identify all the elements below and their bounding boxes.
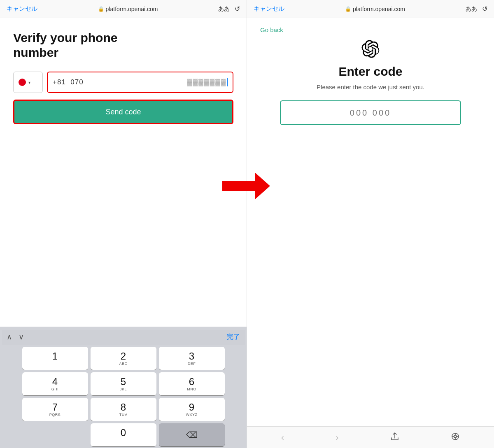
browser-back-button[interactable]: ‹ <box>281 432 284 443</box>
right-panel: キャンセル 🔒 platform.openai.com ああ ↺ Go back… <box>247 0 494 448</box>
browser-bookmark-button[interactable] <box>451 432 460 443</box>
key-9-letters: WXYZ <box>186 413 198 417</box>
key-7-letters: PQRS <box>49 413 61 417</box>
enter-code-title: Enter code <box>338 65 402 79</box>
key-8-num: 8 <box>121 402 126 412</box>
keyboard-toolbar: ∧ ∨ 完了 <box>2 330 245 344</box>
key-2-letters: ABC <box>119 362 127 366</box>
keyboard-done-button[interactable]: 完了 <box>227 333 240 341</box>
key-1-letters <box>54 362 56 366</box>
left-cancel-button[interactable]: キャンセル <box>7 5 37 13</box>
key-0[interactable]: 0 <box>91 423 156 446</box>
keyboard-nav-up[interactable]: ∧ <box>7 332 12 341</box>
browser-forward-button[interactable]: › <box>336 432 338 443</box>
key-7[interactable]: 7 PQRS <box>22 398 88 421</box>
keyboard-rows: 1 2 ABC 3 DEF 4 GHI 5 <box>2 347 245 446</box>
key-5-num: 5 <box>121 377 126 387</box>
chevron-down-icon: ▾ <box>28 80 30 85</box>
lock-icon: 🔒 <box>98 6 104 12</box>
left-aa-button[interactable]: ああ <box>218 5 230 13</box>
right-aa-button[interactable]: ああ <box>466 5 477 13</box>
right-browser-bar: キャンセル 🔒 platform.openai.com ああ ↺ <box>247 0 494 18</box>
arrow-indicator <box>222 173 270 199</box>
right-lock-icon: 🔒 <box>345 6 351 12</box>
keyboard-area: ∧ ∨ 完了 1 2 ABC 3 DEF <box>0 327 247 448</box>
text-cursor <box>227 78 228 86</box>
openai-logo <box>361 40 380 58</box>
keyboard-row-3: 7 PQRS 8 TUV 9 WXYZ <box>3 398 243 421</box>
key-6-letters: MNO <box>187 387 196 391</box>
left-url-text: platform.openai.com <box>106 6 158 12</box>
keyboard-row-1: 1 2 ABC 3 DEF <box>3 347 243 370</box>
phone-input-wrapper: ▓▓▓▓▓▓▓ <box>47 72 233 93</box>
right-spacer <box>247 230 494 426</box>
key-5-letters: JKL <box>120 387 127 391</box>
key-6-num: 6 <box>189 377 194 387</box>
keyboard-row-4: 0 ⌫ <box>3 423 243 446</box>
send-code-button[interactable]: Send code <box>13 100 233 124</box>
japan-flag-icon <box>19 79 26 86</box>
right-cancel-button[interactable]: キャンセル <box>254 5 284 13</box>
key-4[interactable]: 4 GHI <box>22 372 88 395</box>
left-page-content: Verify your phone number ▾ ▓▓▓▓▓▓▓ Send … <box>0 18 247 327</box>
key-7-num: 7 <box>52 402 58 412</box>
phone-input[interactable] <box>53 78 187 86</box>
left-url-bar: 🔒 platform.openai.com <box>42 6 213 12</box>
key-3-num: 3 <box>189 351 194 361</box>
backspace-icon: ⌫ <box>186 430 198 440</box>
browser-share-button[interactable] <box>390 432 399 443</box>
key-0-num: 0 <box>121 428 126 438</box>
verify-title: Verify your phone number <box>13 30 117 60</box>
key-5[interactable]: 5 JKL <box>91 372 156 395</box>
key-9-num: 9 <box>189 402 194 412</box>
arrow-head <box>255 173 270 199</box>
key-8[interactable]: 8 TUV <box>91 398 156 421</box>
left-refresh-button[interactable]: ↺ <box>235 5 240 13</box>
key-1-num: 1 <box>52 351 58 361</box>
code-input[interactable] <box>281 108 460 118</box>
keyboard-row-2: 4 GHI 5 JKL 6 MNO <box>3 372 243 395</box>
right-url-text: platform.openai.com <box>353 6 405 12</box>
key-2-num: 2 <box>121 351 126 361</box>
left-browser-bar: キャンセル 🔒 platform.openai.com ああ ↺ <box>0 0 247 18</box>
go-back-button[interactable]: Go back <box>260 26 283 33</box>
keyboard-nav: ∧ ∨ <box>7 332 24 341</box>
right-bottom-nav: ‹ › <box>247 427 494 448</box>
key-4-letters: GHI <box>51 387 59 391</box>
right-page-content: Go back Enter code Please enter the code… <box>247 18 494 230</box>
key-4-num: 4 <box>52 377 58 387</box>
right-refresh-button[interactable]: ↺ <box>482 5 487 13</box>
key-3[interactable]: 3 DEF <box>159 347 225 370</box>
phone-blurred-number: ▓▓▓▓▓▓▓ <box>187 79 227 86</box>
key-backspace[interactable]: ⌫ <box>159 423 225 446</box>
key-8-letters: TUV <box>119 413 128 417</box>
key-0-letters <box>123 438 124 442</box>
key-6[interactable]: 6 MNO <box>159 372 225 395</box>
go-back-row: Go back <box>260 26 481 33</box>
enter-code-subtitle: Please enter the code we just sent you. <box>317 84 424 91</box>
left-panel: キャンセル 🔒 platform.openai.com ああ ↺ Verify … <box>0 0 247 448</box>
key-3-letters: DEF <box>188 362 196 366</box>
code-input-wrapper <box>280 100 461 125</box>
svg-point-1 <box>454 435 457 438</box>
country-selector[interactable]: ▾ <box>13 72 43 93</box>
keyboard-nav-down[interactable]: ∨ <box>19 332 24 341</box>
right-url-bar: 🔒 platform.openai.com <box>289 6 461 12</box>
arrow-body <box>222 181 255 191</box>
key-9[interactable]: 9 WXYZ <box>159 398 225 421</box>
key-2[interactable]: 2 ABC <box>91 347 156 370</box>
key-1[interactable]: 1 <box>22 347 88 370</box>
phone-row: ▾ ▓▓▓▓▓▓▓ <box>13 72 233 93</box>
